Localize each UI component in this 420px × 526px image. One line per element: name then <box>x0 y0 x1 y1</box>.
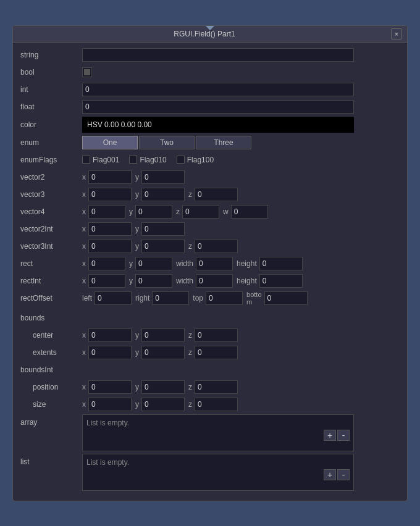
v3-x-label: x <box>82 190 86 199</box>
rectint-x-input[interactable] <box>88 274 125 288</box>
list-add-button[interactable]: + <box>324 469 336 480</box>
rectoffset-right-input[interactable] <box>152 291 189 305</box>
bounds-center-inputs: x y z <box>82 328 238 342</box>
bounds-center-x-input[interactable] <box>88 328 132 342</box>
vector2int-y-input[interactable] <box>141 222 185 236</box>
close-button[interactable]: × <box>391 28 402 40</box>
boundsint-label: boundsInt <box>20 365 82 374</box>
enum-label: enum <box>20 138 82 147</box>
vector2int-x-input[interactable] <box>88 222 132 236</box>
enum-btn-three[interactable]: Three <box>196 136 251 149</box>
main-window: RGUI.Field() Part1 × string bool int flo… <box>12 25 408 501</box>
bounds-extents-y-input[interactable] <box>141 346 185 359</box>
boundsint-size-x-input[interactable] <box>88 398 132 411</box>
rectint-y-input[interactable] <box>135 274 172 288</box>
list-list-box: List is empty. + - <box>82 454 354 491</box>
bounds-extents-x-input[interactable] <box>88 346 132 359</box>
flag-check-001[interactable] <box>82 156 90 164</box>
string-row: string <box>20 48 400 62</box>
rectint-width-input[interactable] <box>196 274 233 288</box>
ri-height-label: height <box>237 277 257 285</box>
rectoffset-left-input[interactable] <box>94 291 132 305</box>
array-add-button[interactable]: + <box>324 430 336 441</box>
rect-height-input[interactable] <box>259 257 303 270</box>
boundsint-position-y-input[interactable] <box>141 380 185 394</box>
rect-x-label: x <box>82 259 86 268</box>
float-row: float <box>20 99 400 114</box>
vector3-inputs: x y z <box>82 188 238 201</box>
vector2-row: vector2 x y <box>20 170 400 185</box>
array-remove-button[interactable]: - <box>337 430 350 441</box>
vector3int-inputs: x y z <box>82 240 238 253</box>
flag-check-100[interactable] <box>177 156 185 164</box>
int-input[interactable] <box>82 83 354 96</box>
flag-item-001: Flag001 <box>82 156 119 164</box>
vector3int-x-input[interactable] <box>88 240 132 253</box>
ro-top-label: top <box>193 294 203 303</box>
vector4-x-input[interactable] <box>88 205 125 219</box>
flag-item-100: Flag100 <box>177 156 214 164</box>
bounds-center-label: center <box>20 331 82 340</box>
vector4-z-input[interactable] <box>182 205 219 219</box>
enum-btn-one[interactable]: One <box>82 136 138 149</box>
bounds-extents-z-input[interactable] <box>195 346 238 359</box>
vector2-y-input[interactable] <box>141 170 185 184</box>
rect-width-input[interactable] <box>196 257 233 270</box>
v4-z-label: z <box>176 207 180 216</box>
int-row: int <box>20 82 400 97</box>
bounds-extents-label: extents <box>20 348 82 357</box>
boundsint-size-y-input[interactable] <box>141 398 185 411</box>
string-input[interactable] <box>82 48 354 62</box>
v4-x-label: x <box>82 207 86 216</box>
flag-check-010[interactable] <box>129 156 137 164</box>
list-row: list List is empty. + - <box>20 454 400 491</box>
rect-inputs: x y width height <box>82 257 303 270</box>
bounds-label: bounds <box>20 314 82 322</box>
vector3-z-input[interactable] <box>195 188 238 201</box>
bounds-center-z-input[interactable] <box>195 328 238 342</box>
string-label: string <box>20 51 82 59</box>
flag-group: Flag001 Flag010 Flag100 <box>82 156 214 164</box>
vector3int-label: vector3Int <box>20 242 82 251</box>
bounds-center-row: center x y z <box>20 328 400 343</box>
list-remove-button[interactable]: - <box>337 469 350 480</box>
vector3-label: vector3 <box>20 190 82 199</box>
bool-check-indicator <box>84 69 90 75</box>
boundsint-size-inputs: x y z <box>82 398 238 411</box>
rectint-label: rectInt <box>20 277 82 285</box>
rectint-height-input[interactable] <box>259 274 303 288</box>
vector4-w-input[interactable] <box>231 205 268 219</box>
bool-row: bool <box>20 65 400 80</box>
enum-btn-two[interactable]: Two <box>139 136 195 149</box>
rect-y-input[interactable] <box>135 257 172 270</box>
vector3-y-input[interactable] <box>141 188 185 201</box>
float-input[interactable] <box>82 100 354 114</box>
boundsint-size-z-input[interactable] <box>195 398 238 411</box>
rectoffset-top-input[interactable] <box>206 291 243 305</box>
boundsint-position-z-input[interactable] <box>195 380 238 394</box>
vector3-x-input[interactable] <box>88 188 132 201</box>
boundsint-position-label: position <box>20 383 82 391</box>
vector4-y-input[interactable] <box>135 205 172 219</box>
boundsint-position-inputs: x y z <box>82 380 238 394</box>
rectoffset-bottom-input[interactable] <box>264 291 308 305</box>
vector3int-z-input[interactable] <box>195 240 238 253</box>
vector2-x-input[interactable] <box>88 170 132 184</box>
vector3int-y-input[interactable] <box>141 240 185 253</box>
flag-label-001: Flag001 <box>93 156 119 164</box>
bounds-center-y-input[interactable] <box>141 328 185 342</box>
boundsint-position-x-input[interactable] <box>88 380 132 394</box>
bc-y-label: y <box>135 331 139 340</box>
ri-x-label: x <box>82 277 86 285</box>
color-value-text: HSV 0.00 0.00 0.00 <box>87 120 152 129</box>
rect-x-input[interactable] <box>88 257 125 270</box>
boundsint-size-row: size x y z <box>20 397 400 412</box>
bis-z-label: z <box>188 400 192 409</box>
flag-label-100: Flag100 <box>187 156 214 164</box>
color-picker[interactable]: HSV 0.00 0.00 0.00 <box>82 117 354 133</box>
array-label: array <box>20 418 82 427</box>
v3i-y-label: y <box>135 242 139 251</box>
bool-checkbox[interactable] <box>82 67 92 77</box>
rect-width-label: width <box>176 259 193 268</box>
content-area: string bool int float color HSV 0.00 0.0… <box>13 43 407 501</box>
